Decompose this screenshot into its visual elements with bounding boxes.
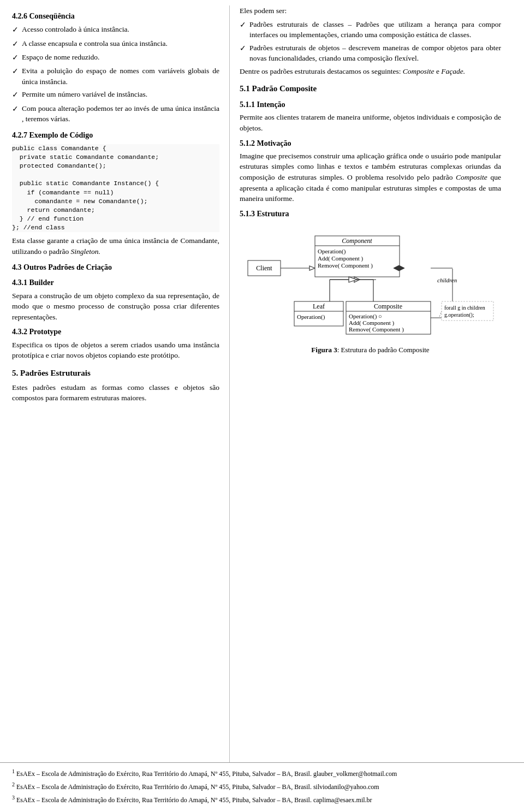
right-check-text-1: Padrões estruturais de classes – Padrões… <box>249 19 501 40</box>
section-5-title: 5. Padrões Estruturais <box>12 368 219 380</box>
code-block: public class Comandante { private static… <box>12 144 219 232</box>
checkmark-6: ✓ <box>12 104 19 115</box>
footer-area: 1 EsAEx – Escola de Administração do Exé… <box>0 762 524 812</box>
composite-italic-2: Composite <box>456 173 487 181</box>
footnote-text-2: EsAEx – Escola de Administração do Exérc… <box>15 783 379 791</box>
check-text-3: Espaço de nome reduzido. <box>22 52 219 63</box>
section-43-title: 4.3 Outros Padrões de Criação <box>12 262 219 273</box>
svg-text:Remove( Component ): Remove( Component ) <box>318 262 373 269</box>
svg-text:forall g in children: forall g in children <box>444 305 485 311</box>
checkmark-3: ✓ <box>12 52 19 63</box>
section-431-title: 4.3.1 Builder <box>12 277 219 288</box>
footer-note-3: 3 EsAEx – Escola de Administração do Exé… <box>12 793 512 805</box>
main-content: 4.2.6 Conseqüência ✓ Acesso controlado à… <box>0 0 524 762</box>
svg-text:Add( Component ): Add( Component ) <box>318 255 363 262</box>
check-item-4: ✓ Evita a poluição do espaço de nomes co… <box>12 66 219 87</box>
right-check-text-2: Padrões estruturais de objetos – descrev… <box>249 43 501 64</box>
figure-caption: Figura 3: Estrutura do padrão Composite <box>240 345 501 355</box>
right-column: Eles podem ser: ✓ Padrões estruturais de… <box>229 5 513 762</box>
facade-italic: Façade. <box>441 67 465 75</box>
footer-note-2: 2 EsAEx – Escola de Administração do Exé… <box>12 780 512 792</box>
svg-text:Leaf: Leaf <box>313 303 325 310</box>
uml-svg: Client Component Operation() Add( Compon… <box>245 225 496 340</box>
check-text-4: Evita a poluição do espaço de nomes com … <box>22 66 219 87</box>
uml-diagram: Client Component Operation() Add( Compon… <box>245 225 496 340</box>
svg-line-35 <box>439 311 442 317</box>
section-431-text: Separa a construção de um objeto complex… <box>12 291 219 323</box>
svg-text:Operation(): Operation() <box>297 313 325 321</box>
check-item-2: ✓ A classe encapsula e controla sua únic… <box>12 38 219 50</box>
section-432-text: Especifica os tipos de objetos a serem c… <box>12 340 219 361</box>
checkmark-2: ✓ <box>12 39 19 50</box>
check-text-5: Permite um número variável de instâncias… <box>22 89 219 100</box>
section-512-text: Imagine que precisemos construir uma apl… <box>240 151 501 204</box>
section-426-title: 4.2.6 Conseqüência <box>12 11 219 22</box>
footnote-text-1: EsAEx – Escola de Administração do Exérc… <box>15 770 397 778</box>
right-highlight: Dentre os padrões estruturais destacamos… <box>240 66 501 77</box>
section-432-title: 4.3.2 Prototype <box>12 327 219 337</box>
diagram-container: Client Component Operation() Add( Compon… <box>240 225 501 340</box>
right-checkmark-2: ✓ <box>240 43 246 54</box>
svg-text:Composite: Composite <box>373 303 402 310</box>
footnote-text-3: EsAEx – Escola de Administração do Exérc… <box>15 796 372 804</box>
check-item-6: ✓ Com pouca alteração podemos ter ao inv… <box>12 103 219 125</box>
svg-text:g.operation();: g.operation(); <box>444 312 474 318</box>
svg-text:children: children <box>437 277 457 283</box>
footer-note-1: 1 EsAEx – Escola de Administração do Exé… <box>12 767 512 779</box>
check-text-6: Com pouca alteração podemos ter ao invés… <box>22 103 219 125</box>
svg-text:Client: Client <box>256 264 272 272</box>
figure-caption-text: : Estrutura do padrão Composite <box>337 346 430 354</box>
check-item-3: ✓ Espaço de nome reduzido. <box>12 52 219 63</box>
checkmark-1: ✓ <box>12 25 19 35</box>
check-text-1: Acesso controlado à única instância. <box>22 24 219 35</box>
checkmark-4: ✓ <box>12 66 19 77</box>
right-intro: Eles podem ser: <box>240 5 501 16</box>
section-51-title: 5.1 Padrão Composite <box>240 83 501 95</box>
left-column: 4.2.6 Conseqüência ✓ Acesso controlado à… <box>0 5 229 762</box>
svg-text:Operation(): Operation() <box>318 248 346 255</box>
check-item-5: ✓ Permite um número variável de instânci… <box>12 89 219 100</box>
section-427-title: 4.2.7 Exemplo de Código <box>12 130 219 141</box>
section-511-title: 5.1.1 Intenção <box>240 99 501 110</box>
checkmark-5: ✓ <box>12 90 19 100</box>
section-513-title: 5.1.3 Estrutura <box>240 209 501 220</box>
singleton-description: Esta classe garante a criação de uma úni… <box>12 235 219 257</box>
right-check-1: ✓ Padrões estruturais de classes – Padrõ… <box>240 19 501 40</box>
figure-caption-bold: Figura 3 <box>311 346 337 354</box>
check-text-2: A classe encapsula e controla sua única … <box>22 38 219 49</box>
svg-marker-3 <box>309 266 315 270</box>
check-item-1: ✓ Acesso controlado à única instância. <box>12 24 219 35</box>
section-511-text: Permite aos clientes tratarem de maneira… <box>240 112 501 133</box>
right-check-2: ✓ Padrões estruturais de objetos – descr… <box>240 43 501 64</box>
composite-italic: Composite <box>403 67 434 75</box>
section-512-title: 5.1.2 Motivação <box>240 138 501 149</box>
right-checkmark-1: ✓ <box>240 20 246 31</box>
section-5-text: Estes padrões estudam as formas como cla… <box>12 382 219 404</box>
svg-text:Component: Component <box>342 237 372 245</box>
page: 4.2.6 Conseqüência ✓ Acesso controlado à… <box>0 0 524 812</box>
svg-text:Remove( Component ): Remove( Component ) <box>349 326 404 333</box>
singleton-italic: Singleton. <box>71 247 100 256</box>
